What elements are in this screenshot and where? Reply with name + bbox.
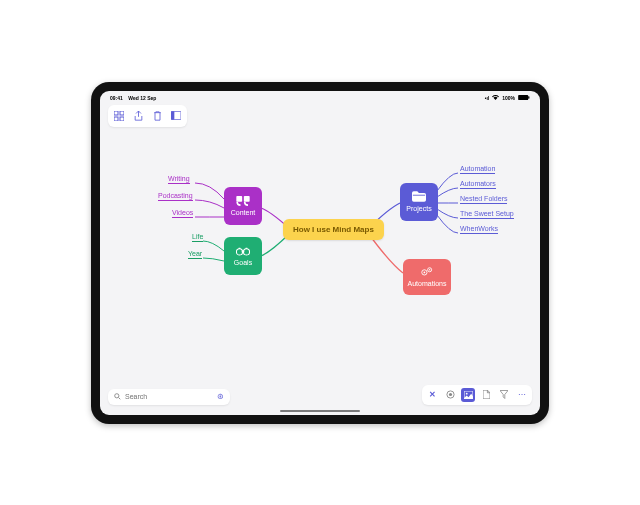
node-goals[interactable]: Goals	[224, 237, 262, 275]
node-automations-label: Automations	[408, 280, 447, 287]
leaf-whenworks[interactable]: WhenWorks	[458, 225, 500, 234]
svg-point-17	[429, 269, 430, 270]
filter-button[interactable]	[497, 388, 511, 402]
svg-point-21	[448, 393, 451, 396]
central-node[interactable]: How I use Mind Maps	[283, 219, 384, 240]
svg-rect-13	[413, 195, 425, 196]
home-indicator[interactable]	[280, 410, 360, 412]
file-button[interactable]	[479, 388, 493, 402]
leaf-year[interactable]: Year	[186, 250, 204, 259]
svg-rect-8	[236, 196, 242, 202]
record-button[interactable]	[443, 388, 457, 402]
leaf-writing[interactable]: Writing	[166, 175, 192, 184]
tablet-frame: 09:41 Wed 12 Sep •ıl 100%	[91, 82, 549, 424]
leaf-automation[interactable]: Automation	[458, 165, 497, 174]
screen: 09:41 Wed 12 Sep •ıl 100%	[100, 91, 540, 415]
search-input[interactable]	[125, 393, 217, 400]
binoculars-icon	[236, 246, 250, 257]
toolbar-bottom-right: ✕ ⋯	[422, 385, 532, 405]
node-projects[interactable]: Projects	[400, 183, 438, 221]
leaf-nested-folders[interactable]: Nested Folders	[458, 195, 509, 204]
quotes-icon	[236, 196, 250, 207]
folder-icon	[412, 191, 426, 203]
search-icon	[114, 393, 121, 401]
node-content[interactable]: Content	[224, 187, 262, 225]
more-button[interactable]: ⋯	[515, 388, 529, 402]
svg-point-18	[115, 393, 119, 397]
central-label: How I use Mind Maps	[293, 225, 374, 234]
search-clear-icon[interactable]: ⊛	[217, 392, 224, 401]
svg-point-23	[465, 392, 467, 394]
image-button[interactable]	[461, 388, 475, 402]
leaf-life[interactable]: Life	[190, 233, 205, 242]
svg-rect-12	[242, 250, 245, 252]
svg-point-11	[243, 248, 249, 254]
node-projects-label: Projects	[406, 205, 431, 212]
node-goals-label: Goals	[234, 259, 252, 266]
connection-lines	[100, 91, 540, 415]
node-content-label: Content	[231, 209, 256, 216]
search-box[interactable]: ⊛	[108, 389, 230, 405]
svg-point-15	[424, 272, 426, 274]
leaf-automators[interactable]: Automators	[458, 180, 498, 189]
svg-point-10	[236, 248, 242, 254]
leaf-sweet-setup[interactable]: The Sweet Setup	[458, 210, 516, 219]
svg-line-19	[119, 397, 121, 399]
node-automations[interactable]: Automations	[403, 259, 451, 295]
leaf-videos[interactable]: Videos	[170, 209, 195, 218]
close-button[interactable]: ✕	[425, 388, 439, 402]
mindmap-canvas[interactable]: How I use Mind Maps Content Goals Projec…	[100, 91, 540, 415]
gears-icon	[420, 266, 434, 278]
svg-rect-9	[244, 196, 250, 202]
leaf-podcasting[interactable]: Podcasting	[156, 192, 195, 201]
